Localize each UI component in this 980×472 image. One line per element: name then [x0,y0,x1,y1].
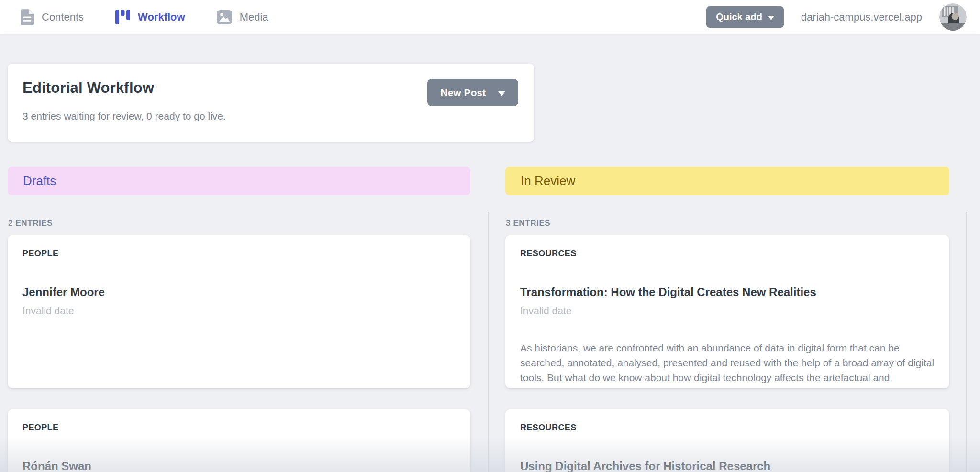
column-in-review: In Review 3 ENTRIES RESOURCES Transforma… [505,167,949,472]
user-avatar[interactable] [939,3,967,31]
quick-add-label: Quick add [716,11,762,22]
workflow-status-summary: 3 entries waiting for review, 0 ready to… [22,110,226,122]
site-link[interactable]: dariah-campus.vercel.app [801,11,922,23]
workflow-card[interactable]: PEOPLE Rónán Swan [8,409,470,472]
column-drafts-header: Drafts [8,167,470,195]
column-in-review-title: In Review [521,174,575,188]
new-post-label: New Post [440,87,486,99]
workflow-card[interactable]: PEOPLE Jennifer Moore Invalid date [8,235,470,388]
card-timestamp: Invalid date [520,305,935,317]
image-icon [217,10,232,24]
topbar-right: Quick add dariah-campus.vercel.app [706,3,967,31]
card-collection-label: RESOURCES [520,249,935,259]
kanban-columns-icon [115,10,130,24]
tab-workflow-label: Workflow [138,11,185,23]
card-excerpt: As historians, we are confronted with an… [520,340,935,388]
top-bar: Contents Workflow Media [0,0,980,34]
column-divider [966,212,967,472]
workflow-header-card: Editorial Workflow 3 entries waiting for… [8,64,534,142]
quick-add-button[interactable]: Quick add [706,6,784,28]
main-nav: Contents Workflow Media [21,0,268,34]
column-in-review-entries-count: 3 ENTRIES [506,219,949,228]
tab-media[interactable]: Media [217,10,268,24]
workflow-card[interactable]: RESOURCES Transformation: How the Digita… [505,235,949,388]
tab-contents[interactable]: Contents [21,9,84,25]
card-title: Using Digital Archives for Historical Re… [520,460,935,472]
tab-contents-label: Contents [42,11,84,23]
document-icon [21,9,34,25]
card-collection-label: PEOPLE [22,249,456,259]
column-divider [488,212,489,472]
column-drafts: Drafts 2 ENTRIES PEOPLE Jennifer Moore I… [8,167,470,472]
card-collection-label: RESOURCES [520,423,935,433]
column-drafts-entries-count: 2 ENTRIES [8,219,470,228]
workflow-header-text: Editorial Workflow 3 entries waiting for… [22,79,226,122]
caret-down-icon [498,87,505,99]
column-in-review-header: In Review [505,167,949,195]
new-post-button[interactable]: New Post [427,79,518,106]
card-collection-label: PEOPLE [22,423,456,433]
card-title: Rónán Swan [22,460,456,472]
column-drafts-title: Drafts [23,174,56,188]
card-timestamp: Invalid date [22,305,456,317]
card-title: Transformation: How the Digital Creates … [520,285,935,299]
caret-down-icon [768,11,774,22]
page-title: Editorial Workflow [22,79,226,97]
tab-workflow[interactable]: Workflow [115,10,185,24]
workflow-card[interactable]: RESOURCES Using Digital Archives for His… [505,409,949,472]
card-title: Jennifer Moore [22,285,456,299]
tab-media-label: Media [240,11,268,23]
